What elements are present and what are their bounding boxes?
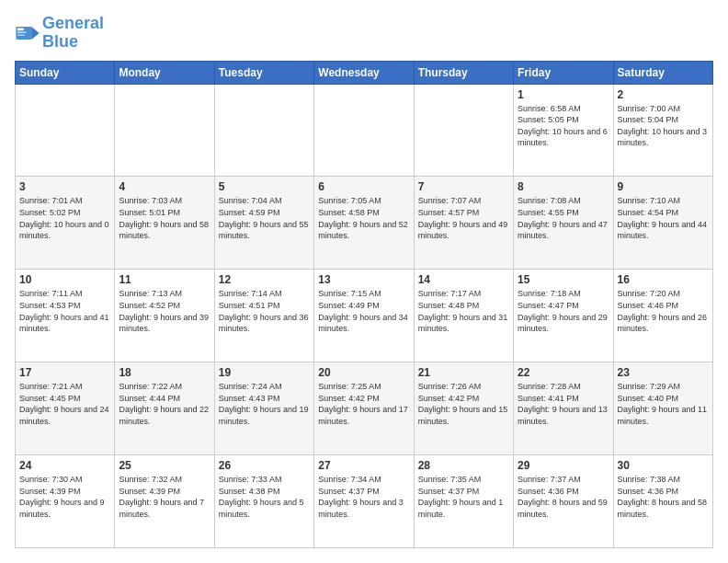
calendar-week-5: 24Sunrise: 7:30 AM Sunset: 4:39 PM Dayli…	[16, 455, 713, 548]
calendar-cell	[314, 84, 414, 177]
calendar-cell: 26Sunrise: 7:33 AM Sunset: 4:38 PM Dayli…	[214, 455, 313, 548]
day-info: Sunrise: 7:10 AM Sunset: 4:54 PM Dayligh…	[618, 195, 709, 241]
logo-icon	[15, 20, 40, 46]
calendar-cell: 4Sunrise: 7:03 AM Sunset: 5:01 PM Daylig…	[115, 177, 214, 270]
day-number: 23	[618, 366, 709, 379]
day-info: Sunrise: 7:18 AM Sunset: 4:47 PM Dayligh…	[518, 288, 609, 334]
day-info: Sunrise: 7:34 AM Sunset: 4:37 PM Dayligh…	[318, 474, 409, 520]
day-number: 5	[219, 180, 310, 193]
calendar-cell: 18Sunrise: 7:22 AM Sunset: 4:44 PM Dayli…	[115, 362, 214, 455]
day-info: Sunrise: 7:14 AM Sunset: 4:51 PM Dayligh…	[219, 288, 310, 334]
calendar-cell: 6Sunrise: 7:05 AM Sunset: 4:58 PM Daylig…	[314, 177, 414, 270]
day-info: Sunrise: 7:17 AM Sunset: 4:48 PM Dayligh…	[418, 288, 509, 334]
calendar-cell: 20Sunrise: 7:25 AM Sunset: 4:42 PM Dayli…	[314, 362, 414, 455]
calendar-cell: 1Sunrise: 6:58 AM Sunset: 5:05 PM Daylig…	[514, 84, 613, 177]
col-header-monday: Monday	[115, 61, 214, 84]
day-number: 1	[518, 88, 609, 101]
day-info: Sunrise: 7:38 AM Sunset: 4:36 PM Dayligh…	[618, 474, 709, 520]
day-number: 27	[318, 459, 409, 472]
day-number: 13	[318, 273, 409, 286]
day-info: Sunrise: 7:30 AM Sunset: 4:39 PM Dayligh…	[19, 474, 110, 520]
day-number: 26	[219, 459, 310, 472]
calendar-header: SundayMondayTuesdayWednesdayThursdayFrid…	[16, 61, 713, 84]
calendar-cell: 14Sunrise: 7:17 AM Sunset: 4:48 PM Dayli…	[414, 270, 513, 362]
calendar-cell: 29Sunrise: 7:37 AM Sunset: 4:36 PM Dayli…	[514, 455, 613, 548]
calendar-cell: 2Sunrise: 7:00 AM Sunset: 5:04 PM Daylig…	[613, 84, 712, 177]
day-info: Sunrise: 7:08 AM Sunset: 4:55 PM Dayligh…	[518, 195, 609, 241]
calendar-cell: 23Sunrise: 7:29 AM Sunset: 4:40 PM Dayli…	[613, 362, 712, 455]
calendar-cell: 15Sunrise: 7:18 AM Sunset: 4:47 PM Dayli…	[514, 270, 613, 362]
calendar-cell	[214, 84, 313, 177]
col-header-sunday: Sunday	[16, 61, 115, 84]
col-header-thursday: Thursday	[414, 61, 513, 84]
svg-marker-1	[31, 27, 39, 40]
calendar-cell: 17Sunrise: 7:21 AM Sunset: 4:45 PM Dayli…	[16, 362, 115, 455]
day-info: Sunrise: 7:05 AM Sunset: 4:58 PM Dayligh…	[318, 195, 409, 241]
day-number: 11	[119, 273, 210, 286]
day-info: Sunrise: 7:20 AM Sunset: 4:46 PM Dayligh…	[618, 288, 709, 334]
calendar-cell: 30Sunrise: 7:38 AM Sunset: 4:36 PM Dayli…	[613, 455, 712, 548]
calendar-cell: 5Sunrise: 7:04 AM Sunset: 4:59 PM Daylig…	[214, 177, 313, 270]
day-info: Sunrise: 7:24 AM Sunset: 4:43 PM Dayligh…	[219, 381, 310, 427]
calendar-table: SundayMondayTuesdayWednesdayThursdayFrid…	[15, 61, 713, 548]
day-number: 10	[19, 273, 110, 286]
day-info: Sunrise: 7:33 AM Sunset: 4:38 PM Dayligh…	[219, 474, 310, 520]
day-number: 28	[418, 459, 509, 472]
day-number: 30	[618, 459, 709, 472]
day-info: Sunrise: 7:03 AM Sunset: 5:01 PM Dayligh…	[119, 195, 210, 241]
day-info: Sunrise: 7:26 AM Sunset: 4:42 PM Dayligh…	[418, 381, 509, 427]
day-info: Sunrise: 7:37 AM Sunset: 4:36 PM Dayligh…	[518, 474, 609, 520]
calendar-week-1: 1Sunrise: 6:58 AM Sunset: 5:05 PM Daylig…	[16, 84, 713, 177]
day-number: 25	[119, 459, 210, 472]
day-info: Sunrise: 7:22 AM Sunset: 4:44 PM Dayligh…	[119, 381, 210, 427]
day-info: Sunrise: 7:28 AM Sunset: 4:41 PM Dayligh…	[518, 381, 609, 427]
calendar-cell: 16Sunrise: 7:20 AM Sunset: 4:46 PM Dayli…	[613, 270, 712, 362]
day-number: 4	[119, 180, 210, 193]
day-info: Sunrise: 7:32 AM Sunset: 4:39 PM Dayligh…	[119, 474, 210, 520]
calendar-cell: 9Sunrise: 7:10 AM Sunset: 4:54 PM Daylig…	[613, 177, 712, 270]
day-number: 9	[618, 180, 709, 193]
calendar-cell: 7Sunrise: 7:07 AM Sunset: 4:57 PM Daylig…	[414, 177, 513, 270]
calendar-cell: 3Sunrise: 7:01 AM Sunset: 5:02 PM Daylig…	[16, 177, 115, 270]
day-info: Sunrise: 7:00 AM Sunset: 5:04 PM Dayligh…	[618, 103, 709, 149]
calendar-cell	[414, 84, 513, 177]
day-info: Sunrise: 7:15 AM Sunset: 4:49 PM Dayligh…	[318, 288, 409, 334]
day-info: Sunrise: 7:04 AM Sunset: 4:59 PM Dayligh…	[219, 195, 310, 241]
calendar-week-4: 17Sunrise: 7:21 AM Sunset: 4:45 PM Dayli…	[16, 362, 713, 455]
col-header-friday: Friday	[514, 61, 613, 84]
svg-rect-2	[17, 28, 24, 30]
day-number: 19	[219, 366, 310, 379]
day-number: 22	[518, 366, 609, 379]
day-number: 24	[19, 459, 110, 472]
day-info: Sunrise: 7:07 AM Sunset: 4:57 PM Dayligh…	[418, 195, 509, 241]
day-number: 6	[318, 180, 409, 193]
calendar-cell: 28Sunrise: 7:35 AM Sunset: 4:37 PM Dayli…	[414, 455, 513, 548]
calendar-cell: 27Sunrise: 7:34 AM Sunset: 4:37 PM Dayli…	[314, 455, 414, 548]
calendar-cell: 21Sunrise: 7:26 AM Sunset: 4:42 PM Dayli…	[414, 362, 513, 455]
day-info: Sunrise: 7:29 AM Sunset: 4:40 PM Dayligh…	[618, 381, 709, 427]
day-number: 2	[618, 88, 709, 101]
day-info: Sunrise: 7:35 AM Sunset: 4:37 PM Dayligh…	[418, 474, 509, 520]
calendar-week-3: 10Sunrise: 7:11 AM Sunset: 4:53 PM Dayli…	[16, 270, 713, 362]
day-number: 16	[618, 273, 709, 286]
day-info: Sunrise: 7:21 AM Sunset: 4:45 PM Dayligh…	[19, 381, 110, 427]
day-info: Sunrise: 7:01 AM Sunset: 5:02 PM Dayligh…	[19, 195, 110, 241]
day-number: 29	[518, 459, 609, 472]
day-number: 18	[119, 366, 210, 379]
day-number: 12	[219, 273, 310, 286]
calendar-cell: 25Sunrise: 7:32 AM Sunset: 4:39 PM Dayli…	[115, 455, 214, 548]
day-number: 15	[518, 273, 609, 286]
calendar-cell: 11Sunrise: 7:13 AM Sunset: 4:52 PM Dayli…	[115, 270, 214, 362]
calendar-cell	[115, 84, 214, 177]
day-info: Sunrise: 7:11 AM Sunset: 4:53 PM Dayligh…	[19, 288, 110, 334]
calendar-cell: 19Sunrise: 7:24 AM Sunset: 4:43 PM Dayli…	[214, 362, 313, 455]
calendar-cell: 8Sunrise: 7:08 AM Sunset: 4:55 PM Daylig…	[514, 177, 613, 270]
col-header-saturday: Saturday	[613, 61, 712, 84]
header: General Blue	[15, 15, 713, 52]
day-number: 21	[418, 366, 509, 379]
day-info: Sunrise: 7:13 AM Sunset: 4:52 PM Dayligh…	[119, 288, 210, 334]
day-number: 20	[318, 366, 409, 379]
day-number: 17	[19, 366, 110, 379]
logo-text: General Blue	[42, 15, 104, 52]
day-info: Sunrise: 7:25 AM Sunset: 4:42 PM Dayligh…	[318, 381, 409, 427]
